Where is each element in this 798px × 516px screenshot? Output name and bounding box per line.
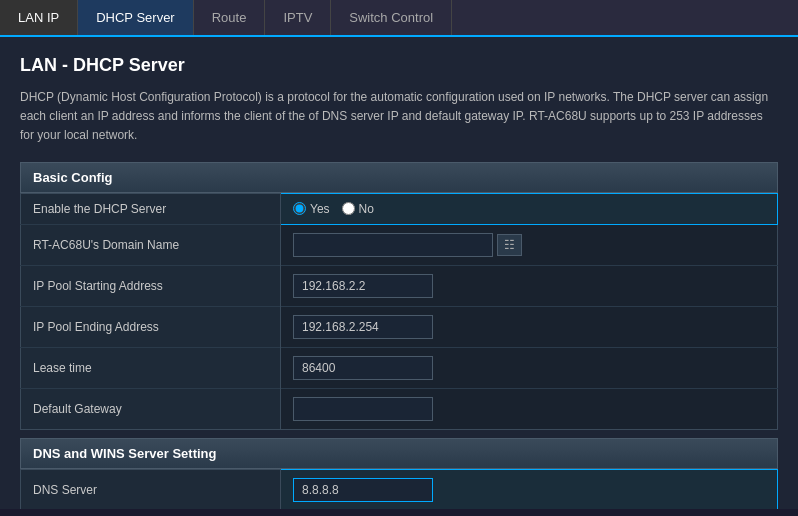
field-value-domain: ☷: [281, 224, 778, 265]
dns-wins-header: DNS and WINS Server Setting: [20, 438, 778, 469]
table-row: Enable the DHCP Server Yes No: [21, 193, 778, 224]
field-value-dns: [281, 469, 778, 509]
table-row: DNS Server: [21, 469, 778, 509]
radio-no[interactable]: [342, 202, 355, 215]
ip-pool-start-input[interactable]: [293, 274, 433, 298]
field-label-dns: DNS Server: [21, 469, 281, 509]
main-content: LAN - DHCP Server DHCP (Dynamic Host Con…: [0, 37, 798, 509]
domain-name-input[interactable]: [293, 233, 493, 257]
radio-no-label[interactable]: No: [342, 202, 374, 216]
field-label-ip-end: IP Pool Ending Address: [21, 306, 281, 347]
ip-pool-end-input[interactable]: [293, 315, 433, 339]
field-value-gateway: [281, 388, 778, 429]
domain-input-wrap: ☷: [293, 233, 765, 257]
radio-no-text: No: [359, 202, 374, 216]
page-title: LAN - DHCP Server: [20, 55, 778, 76]
field-label-enable-dhcp: Enable the DHCP Server: [21, 193, 281, 224]
tab-dhcp-server[interactable]: DHCP Server: [78, 0, 194, 35]
field-label-domain: RT-AC68U's Domain Name: [21, 224, 281, 265]
basic-config-header: Basic Config: [20, 162, 778, 193]
tab-route[interactable]: Route: [194, 0, 266, 35]
field-label-ip-start: IP Pool Starting Address: [21, 265, 281, 306]
radio-yes-label[interactable]: Yes: [293, 202, 330, 216]
tab-lan-ip[interactable]: LAN IP: [0, 0, 78, 35]
table-row: IP Pool Starting Address: [21, 265, 778, 306]
dns-wins-table: DNS Server: [20, 469, 778, 509]
radio-yes-text: Yes: [310, 202, 330, 216]
page-description: DHCP (Dynamic Host Configuration Protoco…: [20, 88, 778, 146]
basic-config-table: Enable the DHCP Server Yes No: [20, 193, 778, 430]
table-row: IP Pool Ending Address: [21, 306, 778, 347]
field-value-ip-end: [281, 306, 778, 347]
field-value-lease: [281, 347, 778, 388]
domain-input-icon[interactable]: ☷: [497, 234, 522, 256]
field-label-gateway: Default Gateway: [21, 388, 281, 429]
tab-switch-control[interactable]: Switch Control: [331, 0, 452, 35]
field-label-lease: Lease time: [21, 347, 281, 388]
enable-dhcp-radio-group: Yes No: [293, 202, 765, 216]
dns-server-input[interactable]: [293, 478, 433, 502]
field-value-enable-dhcp: Yes No: [281, 193, 778, 224]
radio-yes[interactable]: [293, 202, 306, 215]
tab-bar: LAN IP DHCP Server Route IPTV Switch Con…: [0, 0, 798, 37]
table-row: Default Gateway: [21, 388, 778, 429]
tab-iptv[interactable]: IPTV: [265, 0, 331, 35]
lease-time-input[interactable]: [293, 356, 433, 380]
table-row: Lease time: [21, 347, 778, 388]
table-row: RT-AC68U's Domain Name ☷: [21, 224, 778, 265]
default-gateway-input[interactable]: [293, 397, 433, 421]
field-value-ip-start: [281, 265, 778, 306]
